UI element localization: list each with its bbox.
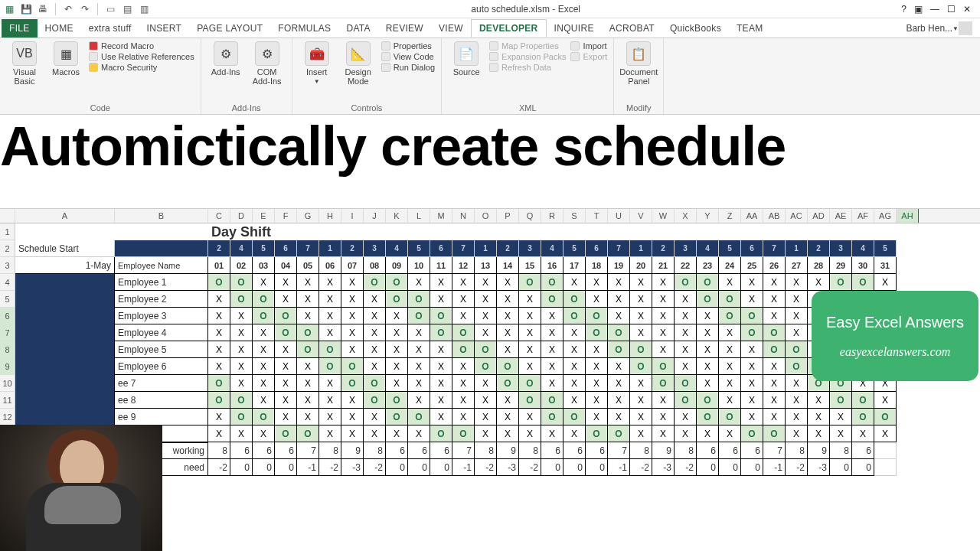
import-button[interactable]: Import <box>570 41 607 51</box>
tab-home[interactable]: HOME <box>38 19 81 37</box>
col-header-J[interactable]: J <box>364 209 386 223</box>
presenter-avatar <box>0 425 162 551</box>
col-header-L[interactable]: L <box>408 209 430 223</box>
account-menu[interactable]: Barb Hen... ▼ <box>898 19 980 37</box>
col-header-T[interactable]: T <box>586 209 608 223</box>
redo-icon[interactable]: ↷ <box>79 3 91 15</box>
view-code-button[interactable]: View Code <box>381 52 435 61</box>
record-macro-button[interactable]: Record Macro <box>89 41 194 51</box>
col-header-F[interactable]: F <box>275 209 297 223</box>
col-header-B[interactable]: B <box>115 209 208 223</box>
column-headers[interactable]: ABCDEFGHIJKLMNOPQRSTUVWXYZAAABACADAEAFAG… <box>0 208 980 223</box>
qat-icon-2[interactable]: ▤ <box>121 3 133 15</box>
col-header-AD[interactable]: AD <box>808 209 830 223</box>
undo-icon[interactable]: ↶ <box>62 3 74 15</box>
ribbon-options-icon[interactable]: ▣ <box>914 4 923 15</box>
close-icon[interactable]: ✕ <box>963 4 971 15</box>
source-button[interactable]: 📄Source <box>448 41 485 77</box>
select-all-triangle[interactable] <box>0 209 15 223</box>
col-header-X[interactable]: X <box>675 209 697 223</box>
col-header-C[interactable]: C <box>208 209 230 223</box>
com-addins-button[interactable]: ⚙COM Add-Ins <box>249 41 286 86</box>
qat-icon-1[interactable]: ▭ <box>104 3 116 15</box>
ribbon-group-addins: ⚙Add-Ins ⚙COM Add-Ins Add-Ins <box>201 38 292 114</box>
map-properties-button[interactable]: Map Properties <box>489 41 566 51</box>
col-header-Z[interactable]: Z <box>719 209 741 223</box>
qat-icon-3[interactable]: ▥ <box>138 3 150 15</box>
col-header-S[interactable]: S <box>564 209 586 223</box>
expansion-packs-button[interactable]: Expansion Packs <box>489 52 566 61</box>
col-header-AG[interactable]: AG <box>874 209 897 223</box>
col-header-R[interactable]: R <box>541 209 564 223</box>
save-icon[interactable]: 💾 <box>20 3 32 15</box>
tab-developer[interactable]: DEVELOPER <box>471 19 547 37</box>
col-header-K[interactable]: K <box>386 209 408 223</box>
tab-inquire[interactable]: INQUIRE <box>547 19 602 37</box>
col-header-M[interactable]: M <box>430 209 452 223</box>
col-header-AE[interactable]: AE <box>830 209 852 223</box>
ribbon-group-modify: 📋Document Panel Modify <box>614 38 664 114</box>
col-header-O[interactable]: O <box>475 209 497 223</box>
tab-extra-stuff[interactable]: extra stuff <box>81 19 139 37</box>
col-header-Y[interactable]: Y <box>697 209 719 223</box>
tab-insert[interactable]: INSERT <box>139 19 190 37</box>
macros-button[interactable]: ▦Macros <box>47 41 84 77</box>
tab-team[interactable]: TEAM <box>729 19 771 37</box>
help-icon[interactable]: ? <box>901 4 906 15</box>
relative-refs-button[interactable]: Use Relative References <box>89 52 194 61</box>
ribbon-tabs: FILEHOMEextra stuffINSERTPAGE LAYOUTFORM… <box>0 18 980 38</box>
properties-button[interactable]: Properties <box>381 41 435 51</box>
tab-file[interactable]: FILE <box>2 19 38 37</box>
excel-icon: ▦ <box>3 3 15 15</box>
ribbon-group-label: Code <box>6 102 194 112</box>
promo-title: Easy Excel Answers <box>826 314 964 331</box>
tab-quickbooks[interactable]: QuickBooks <box>662 19 729 37</box>
col-header-I[interactable]: I <box>341 209 364 223</box>
ribbon-group-code: VBVisual Basic ▦Macros Record Macro Use … <box>0 38 201 114</box>
refresh-data-button[interactable]: Refresh Data <box>489 63 566 72</box>
col-header-N[interactable]: N <box>452 209 475 223</box>
col-header-P[interactable]: P <box>497 209 519 223</box>
col-header-AF[interactable]: AF <box>852 209 874 223</box>
macro-security-button[interactable]: Macro Security <box>89 63 194 72</box>
col-header-V[interactable]: V <box>630 209 652 223</box>
document-panel-button[interactable]: 📋Document Panel <box>620 41 657 86</box>
col-header-G[interactable]: G <box>297 209 319 223</box>
col-header-H[interactable]: H <box>319 209 341 223</box>
addins-button[interactable]: ⚙Add-Ins <box>207 41 244 77</box>
tab-formulas[interactable]: FORMULAS <box>270 19 338 37</box>
col-header-E[interactable]: E <box>253 209 275 223</box>
col-header-W[interactable]: W <box>652 209 675 223</box>
export-button[interactable]: Export <box>570 52 607 61</box>
col-header-A[interactable]: A <box>15 209 115 223</box>
tutorial-title-overlay: Automictically create schedule <box>0 115 980 178</box>
ribbon-group-controls: 🧰Insert▼ 📐Design Mode Properties View Co… <box>292 38 442 114</box>
design-mode-button[interactable]: 📐Design Mode <box>340 41 377 86</box>
col-header-D[interactable]: D <box>230 209 253 223</box>
tab-review[interactable]: REVIEW <box>378 19 431 37</box>
print-icon[interactable]: 🖶 <box>37 3 49 15</box>
promo-url: easyexcelanswers.com <box>840 345 950 359</box>
promo-badge: Easy Excel Answers easyexcelanswers.com <box>812 291 978 381</box>
window-controls: ? ▣ — ☐ ✕ <box>901 4 977 15</box>
tab-acrobat[interactable]: ACROBAT <box>602 19 662 37</box>
col-header-AA[interactable]: AA <box>741 209 763 223</box>
ribbon-group-xml: 📄Source Map Properties Expansion Packs R… <box>442 38 614 114</box>
tab-data[interactable]: DATA <box>338 19 377 37</box>
window-title: auto schedule.xlsm - Excel <box>155 4 897 15</box>
visual-basic-button[interactable]: VBVisual Basic <box>6 41 43 86</box>
maximize-icon[interactable]: ☐ <box>947 4 956 15</box>
minimize-icon[interactable]: — <box>930 4 939 15</box>
tab-view[interactable]: VIEW <box>431 19 471 37</box>
insert-control-button[interactable]: 🧰Insert▼ <box>299 41 335 85</box>
col-header-Q[interactable]: Q <box>519 209 541 223</box>
col-header-AB[interactable]: AB <box>763 209 786 223</box>
quick-access-toolbar: ▦ 💾 🖶 ↶ ↷ ▭ ▤ ▥ auto schedule.xlsm - Exc… <box>0 0 980 18</box>
ribbon: VBVisual Basic ▦Macros Record Macro Use … <box>0 38 980 115</box>
col-header-U[interactable]: U <box>608 209 630 223</box>
tab-page-layout[interactable]: PAGE LAYOUT <box>189 19 270 37</box>
col-header-AH[interactable]: AH <box>897 209 919 223</box>
col-header-AC[interactable]: AC <box>786 209 808 223</box>
run-dialog-button[interactable]: Run Dialog <box>381 63 435 72</box>
